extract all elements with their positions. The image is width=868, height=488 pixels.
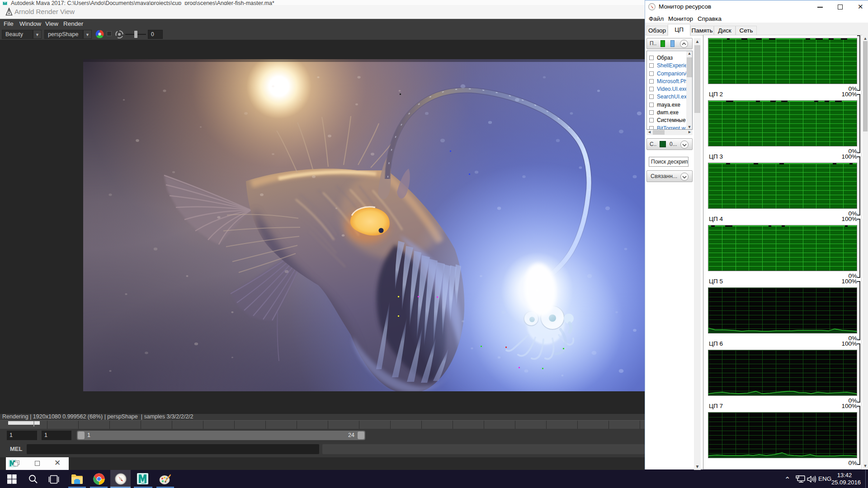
svg-text:MAYA: MAYA [142,483,146,484]
